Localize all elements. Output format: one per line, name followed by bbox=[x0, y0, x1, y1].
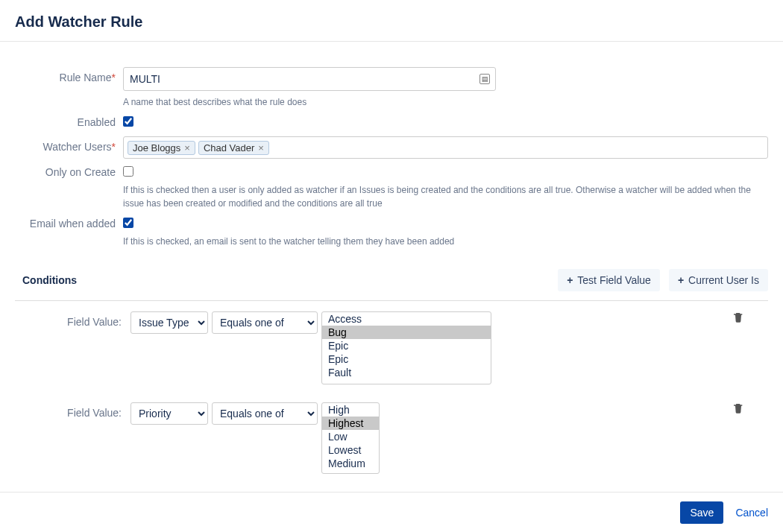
multiselect-option[interactable]: Access bbox=[322, 312, 491, 326]
field-rule-name: ▤ A name that best describes what the ru… bbox=[123, 67, 768, 109]
field-only-on-create: If this is checked then a user is only a… bbox=[123, 166, 768, 210]
required-marker: * bbox=[112, 141, 116, 153]
remove-tag-icon[interactable]: × bbox=[184, 142, 190, 153]
field-select[interactable]: Priority bbox=[130, 402, 208, 425]
value-multiselect[interactable]: HighHighestLowLowestMedium bbox=[321, 402, 380, 474]
multiselect-option[interactable]: Fault bbox=[322, 366, 491, 379]
user-tag-label: Chad Vader bbox=[204, 142, 254, 153]
label-email-when-added: Email when added bbox=[15, 218, 123, 229]
conditions-list: Field Value:Issue TypeEquals one ofAcces… bbox=[15, 301, 768, 481]
user-tag: Chad Vader× bbox=[198, 141, 269, 155]
row-only-on-create: Only on Create If this is checked then a… bbox=[15, 166, 768, 210]
watcher-users-input[interactable]: Joe Bloggs×Chad Vader× bbox=[123, 136, 768, 159]
user-tag-label: Joe Bloggs bbox=[133, 142, 180, 153]
multiselect-option[interactable]: Low bbox=[322, 430, 379, 443]
condition-label: Field Value: bbox=[15, 402, 130, 419]
contact-card-icon[interactable]: ▤ bbox=[479, 74, 490, 84]
label-enabled: Enabled bbox=[15, 116, 123, 128]
multiselect-option[interactable]: Medium bbox=[322, 457, 379, 470]
operator-select[interactable]: Equals one of bbox=[212, 311, 318, 334]
email-when-added-hint: If this is checked, an email is sent to … bbox=[123, 235, 768, 248]
user-tag: Joe Bloggs× bbox=[128, 141, 195, 155]
condition-fields: Issue TypeEquals one ofAccessBugEpicEpic… bbox=[130, 311, 491, 384]
conditions-buttons: + Test Field Value + Current User Is bbox=[558, 269, 768, 291]
remove-tag-icon[interactable]: × bbox=[258, 142, 264, 153]
multiselect-option[interactable]: Lowest bbox=[322, 443, 379, 457]
multiselect-option[interactable]: Epic bbox=[322, 339, 491, 352]
condition-row: Field Value:Issue TypeEquals one ofAcces… bbox=[15, 301, 768, 392]
condition-fields: PriorityEquals one ofHighHighestLowLowes… bbox=[130, 402, 380, 474]
modal-body: Rule Name* ▤ A name that best describes … bbox=[0, 45, 783, 492]
test-field-value-button[interactable]: + Test Field Value bbox=[558, 269, 660, 291]
field-enabled bbox=[123, 116, 768, 129]
current-user-is-button[interactable]: + Current User Is bbox=[669, 269, 768, 291]
row-email-when-added: Email when added If this is checked, an … bbox=[15, 218, 768, 248]
field-select[interactable]: Issue Type bbox=[130, 311, 208, 334]
conditions-title: Conditions bbox=[22, 274, 77, 286]
modal-footer: Save Cancel bbox=[0, 492, 783, 532]
modal-title: Add Watcher Rule bbox=[15, 13, 768, 31]
operator-select[interactable]: Equals one of bbox=[212, 402, 318, 425]
cancel-button[interactable]: Cancel bbox=[735, 507, 768, 519]
only-on-create-checkbox[interactable] bbox=[123, 166, 133, 177]
label-only-on-create: Only on Create bbox=[15, 166, 123, 178]
field-email-when-added: If this is checked, an email is sent to … bbox=[123, 218, 768, 248]
multiselect-option[interactable]: Highest bbox=[322, 417, 379, 430]
rule-name-hint: A name that best describes what the rule… bbox=[123, 95, 768, 109]
only-on-create-hint: If this is checked then a user is only a… bbox=[123, 183, 768, 210]
row-watcher-users: Watcher Users* Joe Bloggs×Chad Vader× bbox=[15, 136, 768, 159]
conditions-header: Conditions + Test Field Value + Current … bbox=[15, 263, 768, 301]
required-marker: * bbox=[112, 72, 116, 83]
email-when-added-checkbox[interactable] bbox=[123, 218, 133, 228]
condition-row: Field Value:PriorityEquals one ofHighHig… bbox=[15, 392, 768, 481]
field-watcher-users: Joe Bloggs×Chad Vader× bbox=[123, 136, 768, 159]
plus-icon: + bbox=[678, 274, 684, 286]
value-multiselect[interactable]: AccessBugEpicEpicFault bbox=[321, 311, 491, 384]
multiselect-option[interactable]: Epic bbox=[322, 352, 491, 366]
label-rule-name: Rule Name* bbox=[15, 67, 123, 83]
trash-icon[interactable] bbox=[732, 311, 744, 326]
trash-icon[interactable] bbox=[732, 402, 744, 417]
row-enabled: Enabled bbox=[15, 116, 768, 129]
save-button[interactable]: Save bbox=[680, 501, 723, 524]
multiselect-option[interactable]: High bbox=[322, 403, 379, 417]
rule-name-input[interactable] bbox=[123, 67, 496, 91]
row-rule-name: Rule Name* ▤ A name that best describes … bbox=[15, 67, 768, 109]
multiselect-option[interactable]: Bug bbox=[322, 326, 491, 339]
label-watcher-users: Watcher Users* bbox=[15, 136, 123, 153]
modal-header: Add Watcher Rule bbox=[0, 0, 783, 42]
enabled-checkbox[interactable] bbox=[123, 116, 133, 127]
plus-icon: + bbox=[567, 274, 573, 286]
condition-label: Field Value: bbox=[15, 311, 130, 328]
